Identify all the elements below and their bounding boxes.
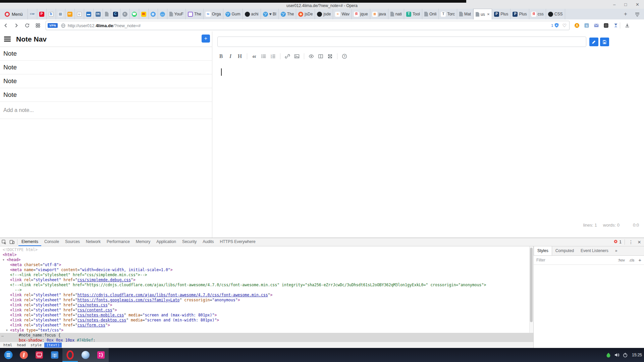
browser-tab[interactable]: P [37,9,47,19]
sidebar-tab-event-listeners[interactable]: Event Listeners [577,246,612,255]
dom-tree-line[interactable]: box-shadow: 0px 0px 10px #74b9ef; [0,338,533,342]
browser-tab[interactable]: ≈Wav [333,9,352,19]
app-launcher[interactable] [1,348,16,362]
browser-tab[interactable]: ツ♥ Bl [261,9,279,19]
devtools-close-icon[interactable]: ✕ [636,240,643,245]
hov-toggle[interactable]: :hov [618,258,625,262]
breadcrumb-item[interactable]: html [1,343,14,348]
bookmark-heart-icon[interactable]: ♡ [562,23,567,28]
add-note-button[interactable]: + [202,35,210,43]
dom-tree-line[interactable]: <meta charset="utf-8"> [0,262,533,267]
browser-tab[interactable]: txOrga [204,9,223,19]
browser-tab[interactable]: TTool [404,9,422,19]
browser-tab[interactable]: ☎ [130,9,139,19]
styles-filter-input[interactable]: Filter [536,258,545,262]
url-text[interactable]: http://user012.4lima.de/?new_note=# [68,23,551,28]
forward-button[interactable] [11,20,21,31]
breadcrumb-item[interactable]: style [29,343,44,348]
dom-tree-line[interactable]: --> [0,288,533,293]
browser-tab[interactable]: ◆jsDe [296,9,315,19]
note-list-item[interactable]: Note [0,88,212,102]
bold-icon[interactable]: B [217,52,225,61]
dom-tree-line[interactable]: <!DOCTYPE html> [0,247,533,252]
browser-tab[interactable]: CW [28,9,37,19]
dom-tree-line[interactable]: <!--<link rel="stylesheet" href="https:/… [0,283,533,288]
breadcrumb-item[interactable]: head [15,343,28,348]
browser-tab[interactable]: The [186,9,204,19]
vpn-badge[interactable]: VPN [48,23,58,28]
devtools-tab-application[interactable]: Application [153,238,179,246]
downloads-button[interactable] [622,20,632,31]
extension-grid-icon[interactable] [603,23,609,28]
opera-app[interactable] [62,348,78,362]
minimize-icon[interactable]: – [613,2,615,7]
devtools-tab-performance[interactable]: Performance [104,238,133,246]
dom-tree-line[interactable]: <link rel="stylesheet" href="css/simplem… [0,278,533,283]
browser-tab[interactable]: 57 [65,9,75,19]
fullscreen-icon[interactable] [326,52,334,61]
browser-tab[interactable]: Mat [457,9,473,19]
extension-mail-icon[interactable] [594,23,599,28]
dom-tree-line[interactable]: …#note_name:focus { [0,333,533,338]
browser-tab[interactable]: us✕ [473,9,492,19]
note-title-input[interactable] [217,37,586,47]
note-list-item[interactable]: Note [0,47,212,61]
new-style-rule-button[interactable]: + [638,257,641,263]
dom-tree-line[interactable]: ▼<head> [0,257,533,262]
save-note-button[interactable] [600,38,609,46]
browser-tab[interactable]: nati [388,9,404,19]
dom-tree-line[interactable]: <link rel="stylesheet" href="css/notes-d… [0,318,533,323]
reload-button[interactable] [22,20,32,31]
preview-icon[interactable] [307,52,316,61]
file-manager-app[interactable] [47,348,62,362]
extension-s-icon[interactable]: S [584,23,589,28]
hamburger-icon[interactable] [4,37,11,42]
side-by-side-icon[interactable] [316,52,325,61]
browser-tab[interactable]: ☺ [75,9,84,19]
add-note-input[interactable]: Add a note... [0,102,212,119]
note-list-item[interactable]: Note [0,74,212,88]
browser-tab[interactable]: PPlus [511,9,529,19]
browser-tab[interactable]: Яjque [352,9,370,19]
heading-icon[interactable]: H [235,52,244,61]
link-icon[interactable] [283,52,292,61]
browser-tab[interactable]: Яcss [529,9,546,19]
chat-app[interactable] [93,348,109,362]
italic-icon[interactable]: I [226,52,235,61]
devtools-tab-audits[interactable]: Audits [200,238,217,246]
browser-tab[interactable] [103,9,111,19]
dom-tree-line[interactable]: <link rel="stylesheet" href="css/form.cs… [0,323,533,328]
orange-app[interactable] [16,348,32,362]
browser-tab[interactable]: ▬ [84,9,94,19]
browser-tab[interactable]: ◉ [149,9,158,19]
address-bar[interactable]: VPN http://user012.4lima.de/?new_note=# … [46,21,570,30]
opera-menu-button[interactable]: Menü [0,9,28,19]
expand-arrow-icon[interactable]: ▼ [6,328,10,333]
devtools-tab-console[interactable]: Console [41,238,62,246]
globe-app[interactable] [78,348,93,362]
dom-tree-line[interactable]: <link rel="stylesheet" href="css/notes.c… [0,303,533,308]
extension-orange-icon[interactable] [574,23,580,28]
back-button[interactable] [1,20,11,31]
expand-arrow-icon[interactable]: ▼ [3,257,7,262]
power-icon[interactable] [623,352,628,358]
new-tab-button[interactable]: + [621,9,631,19]
speed-dial-button[interactable] [33,20,43,31]
breadcrumb-item[interactable]: (text) [44,343,62,348]
browser-tab[interactable]: VK [94,9,103,19]
browser-tab[interactable]: C [111,9,120,19]
dom-tree-line[interactable]: <link rel="stylesheet" href="css/content… [0,308,533,313]
devtools-tab-sources[interactable]: Sources [62,238,83,246]
browser-tab[interactable]: jsde [315,9,333,19]
adblock-badge[interactable]: 1 [551,23,559,28]
tab-menu-button[interactable] [631,9,644,19]
dom-tree-line[interactable]: <meta name="viewport" content="width=dev… [0,267,533,273]
browser-tab[interactable]: Onli [422,9,439,19]
extension-hourglass-icon[interactable] [613,23,619,28]
browser-tab[interactable]: CSS [546,9,565,19]
device-toolbar-icon[interactable] [8,238,16,246]
unordered-list-icon[interactable] [259,52,268,61]
cls-toggle[interactable]: .cls [629,258,635,262]
dom-tree-line[interactable]: <link rel="stylesheet" href="https://cdn… [0,293,533,298]
terminal-app[interactable] [32,348,47,362]
